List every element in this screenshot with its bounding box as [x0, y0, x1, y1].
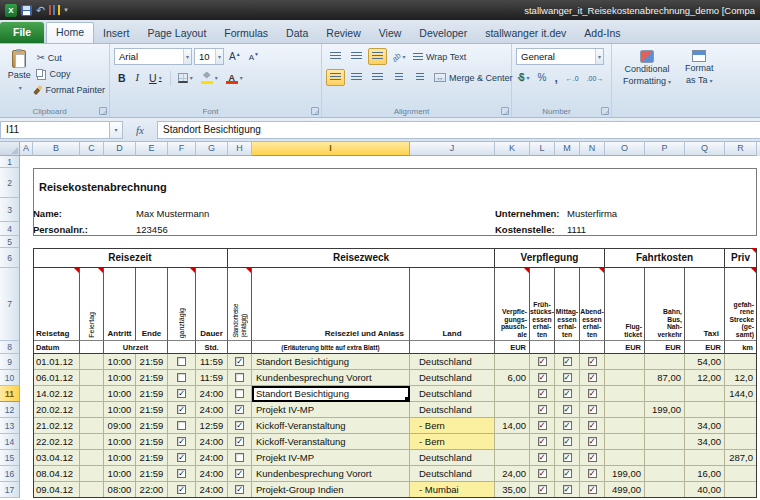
cell-antritt[interactable]: 10:00 [104, 466, 136, 482]
cell-mittagessen[interactable]: ✓ [555, 482, 580, 498]
unit-empty[interactable] [168, 341, 196, 354]
font-dialog-launcher[interactable] [311, 107, 319, 115]
cell-ganztaegig[interactable] [168, 370, 196, 386]
cell-bahn[interactable]: 199,00 [645, 402, 685, 418]
cell-reiseziel[interactable]: Projekt-Group Indien [252, 482, 410, 498]
header-flugticket[interactable]: Flug- ticket [605, 268, 645, 341]
decrease-indent-button[interactable] [389, 69, 408, 86]
abendessen-checkbox[interactable]: ✓ [588, 389, 597, 398]
cell-land[interactable]: Deutschland [410, 466, 495, 482]
row-header-1[interactable]: 1 [0, 156, 20, 168]
abendessen-checkbox[interactable]: ✓ [588, 469, 597, 478]
cell-abendessen[interactable]: ✓ [580, 482, 605, 498]
cell-abendessen[interactable]: ✓ [580, 386, 605, 402]
cell-antritt[interactable]: 10:00 [104, 386, 136, 402]
header-antritt[interactable]: Antritt [104, 268, 136, 341]
tab-formulas[interactable]: Formulas [215, 24, 277, 43]
name-box[interactable]: I11 [0, 121, 110, 139]
cell-feiertag[interactable] [80, 434, 104, 450]
increase-indent-button[interactable] [410, 69, 429, 86]
cell-reiseziel[interactable]: Kundenbesprechung Vorort [252, 370, 410, 386]
name-box-dropdown-icon[interactable] [110, 121, 123, 139]
cell-reiseziel[interactable]: Standort Besichtigung [252, 354, 410, 370]
mittagessen-checkbox[interactable]: ✓ [563, 421, 572, 430]
header-land[interactable]: Land [410, 268, 495, 341]
section-reisezweck[interactable]: Reisezweck [228, 248, 495, 268]
col-header-c[interactable]: C [80, 142, 104, 156]
clipboard-dialog-launcher[interactable] [99, 107, 107, 115]
abendessen-checkbox[interactable]: ✓ [588, 373, 597, 382]
cell-ganztaegig[interactable]: ✓ [168, 386, 196, 402]
row-header-3[interactable]: 3 [0, 198, 20, 222]
mittagessen-checkbox[interactable]: ✓ [563, 373, 572, 382]
cell-standortreise[interactable]: ✓ [228, 482, 252, 498]
cell-standortreise[interactable]: ✓ [228, 466, 252, 482]
cell-strecke[interactable] [725, 466, 757, 482]
cell-fruehstueck[interactable]: ✓ [530, 450, 555, 466]
cell-standortreise[interactable] [228, 386, 252, 402]
row-header-7[interactable]: 7 [0, 268, 20, 341]
unit-eur-verpflegung[interactable]: EUR [495, 341, 530, 354]
ganztaegig-checkbox[interactable] [177, 373, 186, 382]
abendessen-checkbox[interactable]: ✓ [588, 485, 597, 494]
merge-center-button[interactable]: Merge & Center [431, 69, 524, 86]
mittagessen-checkbox[interactable]: ✓ [563, 405, 572, 414]
middle-align-button[interactable] [347, 48, 366, 65]
bold-button[interactable]: B [114, 70, 130, 86]
cell-abendessen[interactable]: ✓ [580, 354, 605, 370]
header-ende[interactable]: Ende [136, 268, 168, 341]
row-header[interactable]: 9 [0, 354, 20, 370]
cell-taxi[interactable]: 34,00 [685, 418, 725, 434]
cell-standortreise[interactable] [228, 370, 252, 386]
underline-button[interactable]: U [145, 70, 166, 86]
cell-standortreise[interactable] [228, 450, 252, 466]
fruehstueck-checkbox[interactable]: ✓ [538, 469, 547, 478]
ganztaegig-checkbox[interactable] [177, 357, 186, 366]
cell-taxi[interactable] [685, 402, 725, 418]
cell-land[interactable]: - Mumbai [410, 482, 495, 498]
sheet-title[interactable]: Reisekostenabrechnung [33, 168, 410, 198]
insert-function-button[interactable]: fx [123, 124, 157, 136]
mittagessen-checkbox[interactable]: ✓ [563, 357, 572, 366]
cell-flugticket[interactable] [605, 386, 645, 402]
cell-fruehstueck[interactable]: ✓ [530, 418, 555, 434]
cell-verpflegung[interactable] [495, 402, 530, 418]
alignment-dialog-launcher[interactable] [501, 107, 509, 115]
fruehstueck-checkbox[interactable]: ✓ [538, 389, 547, 398]
format-painter-button[interactable]: Format Painter [34, 82, 107, 97]
cell-ganztaegig[interactable]: ✓ [168, 434, 196, 450]
col-header-h[interactable]: H [228, 142, 252, 156]
mittagessen-checkbox[interactable]: ✓ [563, 469, 572, 478]
cell-antritt[interactable]: 10:00 [104, 434, 136, 450]
cell-feiertag[interactable] [80, 482, 104, 498]
cell-antritt[interactable]: 10:00 [104, 354, 136, 370]
cell-reiseziel[interactable]: Projekt IV-MP [252, 402, 410, 418]
standortreise-checkbox[interactable]: ✓ [235, 469, 244, 478]
cell-flugticket[interactable] [605, 450, 645, 466]
cell-ende[interactable]: 21:59 [136, 402, 168, 418]
cell-ende[interactable]: 22:00 [136, 482, 168, 498]
cell-strecke[interactable] [725, 434, 757, 450]
cell-taxi[interactable]: 16,00 [685, 466, 725, 482]
header-taxi[interactable]: Taxi [685, 268, 725, 341]
abendessen-checkbox[interactable]: ✓ [588, 421, 597, 430]
cell-mittagessen[interactable]: ✓ [555, 434, 580, 450]
increase-decimal-button[interactable] [563, 69, 582, 86]
unit-empty[interactable] [580, 341, 605, 354]
standortreise-checkbox[interactable]: ✓ [235, 437, 244, 446]
cell-fruehstueck[interactable]: ✓ [530, 354, 555, 370]
fruehstueck-checkbox[interactable]: ✓ [538, 421, 547, 430]
cell-mittagessen[interactable]: ✓ [555, 450, 580, 466]
unit-empty[interactable] [410, 341, 495, 354]
shrink-font-button[interactable] [246, 48, 262, 65]
cell-ganztaegig[interactable]: ✓ [168, 450, 196, 466]
fruehstueck-checkbox[interactable]: ✓ [538, 453, 547, 462]
cell-strecke[interactable]: 287,0 [725, 450, 757, 466]
cell-flugticket[interactable] [605, 434, 645, 450]
ganztaegig-checkbox[interactable]: ✓ [177, 485, 186, 494]
row-header[interactable]: 12 [0, 402, 20, 418]
cell-bahn[interactable]: 87,00 [645, 370, 685, 386]
cell-bahn[interactable] [645, 434, 685, 450]
borders-button[interactable] [175, 69, 196, 86]
cell-antritt[interactable]: 10:00 [104, 450, 136, 466]
